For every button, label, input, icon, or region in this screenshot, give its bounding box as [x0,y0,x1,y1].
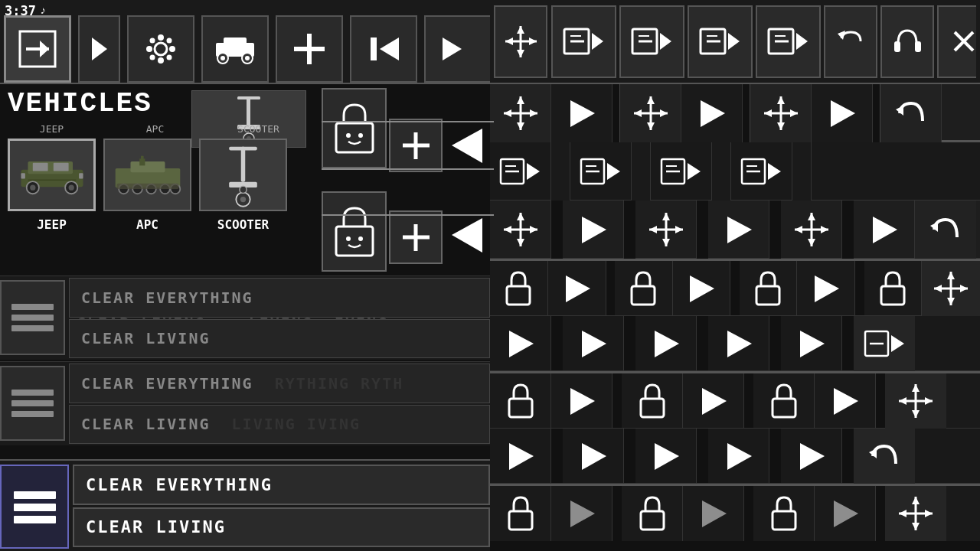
svg-marker-106 [777,122,785,130]
tri-r5-3[interactable] [635,316,697,371]
grid-cell-cross-3[interactable] [781,201,842,259]
settings-button[interactable] [127,15,194,83]
grid-cell-play-r3-2[interactable] [708,201,769,259]
grid-cell-play-1[interactable] [551,84,612,142]
add-button[interactable] [276,15,343,83]
lock-r8-1[interactable] [490,486,551,541]
add-btn-left-2[interactable] [389,210,443,264]
tri-r5-2[interactable] [563,316,624,371]
headphone-btn[interactable] [880,5,934,78]
video-btn-1[interactable] [551,5,616,78]
play-left-1[interactable] [444,121,490,171]
grid-cell-play-r3-1[interactable] [563,201,624,259]
tri-cell-3a[interactable] [797,261,855,316]
grid-lower [490,261,980,541]
grid-cell-vid-4[interactable] [731,142,792,201]
move-r6[interactable] [885,373,946,429]
sep5a [551,316,563,370]
vehicle-card-jeep[interactable] [8,139,96,211]
lock-r6-2[interactable] [622,373,683,429]
tri-r8-3[interactable] [815,486,876,541]
lock-smiley-btn-2[interactable] [322,191,387,272]
tri-r7-icon-2 [576,439,610,474]
grid-cell-vid-3[interactable] [651,142,712,201]
tri-r7-2[interactable] [563,429,624,484]
move-r8[interactable] [885,486,946,541]
sep7b [624,429,635,483]
lock-r8-2[interactable] [622,486,683,541]
grid-cell-vid-1[interactable] [490,142,551,201]
undo-icon [834,24,868,59]
vehicle-card-scooter[interactable] [199,139,287,211]
tri-r7-4[interactable] [708,429,769,484]
grid-cell-undo-1[interactable] [880,84,942,142]
tri-r8-1[interactable] [551,486,612,541]
vid-cell-r5[interactable] [854,316,915,371]
grid-cell-play-2[interactable] [681,84,743,142]
btn-everything-2[interactable]: CLEAR EVERYTHING RYTHING RYTH [69,364,490,403]
undo-r7[interactable] [854,429,915,484]
lock-cell-1[interactable] [490,261,548,316]
svg-rect-38 [141,156,144,161]
lock-cell-4[interactable] [864,261,923,316]
tri-r7-1[interactable] [490,429,551,484]
arrow-button[interactable] [78,15,120,83]
grid-cell-play-3[interactable] [812,84,873,142]
svg-rect-51 [14,491,56,499]
lock-cell-2[interactable] [615,261,673,316]
vehicle-button[interactable] [201,15,269,83]
tri-r8-2[interactable] [683,486,744,541]
grid-cell-cross-1[interactable] [490,201,551,259]
tri-r5-1[interactable] [490,316,551,371]
lock-r8-3[interactable] [753,486,815,541]
play-left-2[interactable] [444,210,490,260]
video-btn-2[interactable] [619,5,684,78]
lock-smiley-btn[interactable] [322,88,387,168]
video-btn-3[interactable] [688,5,753,78]
svg-marker-132 [530,226,537,233]
svg-marker-109 [831,100,855,127]
tri-r6-3[interactable] [815,373,876,429]
svg-point-9 [150,38,155,44]
lock-r6-1[interactable] [490,373,551,429]
active-clear-living-btn[interactable]: CLEAR LIVING [73,507,490,548]
tri-r5-5[interactable] [781,316,842,371]
add-btn-left-1[interactable] [389,119,443,172]
vehicle-card-apc[interactable] [103,139,191,211]
grid-cell-cross-2[interactable] [635,201,697,259]
undo-btn[interactable] [824,5,877,78]
lock-cell-3[interactable] [740,261,798,316]
grid-cell-move-1[interactable] [490,84,551,142]
grid-cell-vid-2[interactable] [570,142,632,201]
close-btn[interactable] [937,5,976,78]
play-fwd-button[interactable] [424,15,492,83]
tri-r7-3[interactable] [635,429,697,484]
grid-cell-undo-r3[interactable] [915,201,976,259]
active-clear-everything-btn[interactable]: CLEAR EVERYTHING [73,465,490,505]
tri-r7-5[interactable] [781,429,842,484]
tri-cell-1a[interactable] [548,261,606,316]
toolbar-left: 3:37 ♪ [0,0,490,84]
grid-sep-2 [743,84,750,142]
btn-living-2[interactable]: CLEAR LIVING LIVING IVING [69,405,490,445]
svg-marker-173 [702,388,727,415]
move-cell-r4[interactable] [922,261,980,316]
video-btn-4[interactable] [756,5,821,78]
svg-marker-140 [727,217,752,243]
tri-r6-1[interactable] [551,373,612,429]
play-back-button[interactable] [350,15,417,83]
lock-r6-3[interactable] [753,373,815,429]
grid-cell-move-2[interactable] [620,84,681,142]
move-icon-btn-1[interactable] [494,5,547,78]
tri-cell-2a[interactable] [673,261,731,316]
tri-r5-4[interactable] [708,316,769,371]
tri-r6-2[interactable] [683,373,744,429]
grid-cell-move-3[interactable] [750,84,812,142]
tri-r5-icon-5 [794,327,828,361]
mission-icon-2 [0,366,65,441]
exit-button[interactable] [4,15,71,83]
svg-rect-22 [371,37,377,60]
grid-cell-play-r3-3[interactable] [854,201,915,259]
grid-row-4 [490,261,980,316]
toolbar-right [490,0,980,84]
